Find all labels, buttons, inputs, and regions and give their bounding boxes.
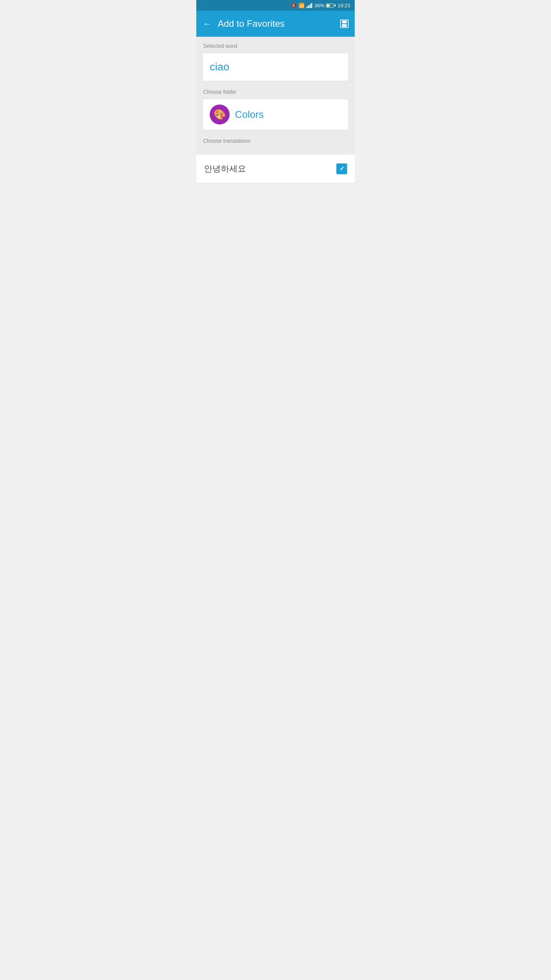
status-bar: 🔇 📶 36% ⚡ 19:23 (196, 0, 355, 11)
save-button[interactable] (340, 20, 349, 28)
wifi-icon: 📶 (298, 3, 305, 8)
folder-name: Colors (235, 109, 264, 121)
choose-folder-label: Choose folder (203, 89, 349, 95)
app-bar-left: ← Add to Favorites (202, 18, 285, 29)
translation-text: 안녕하세요 (204, 163, 246, 175)
selected-word-box: ciao (202, 53, 349, 81)
battery-icon: ⚡ (326, 3, 336, 8)
palette-icon: 🎨 (214, 109, 226, 121)
content-area: Selected word ciao Choose folder 🎨 Color… (196, 37, 355, 155)
translations-list: 안녕하세요 ✓ (196, 155, 355, 183)
checkmark-icon: ✓ (339, 166, 344, 172)
folder-selector[interactable]: 🎨 Colors (202, 99, 349, 130)
mute-icon: 🔇 (291, 3, 297, 8)
selected-word-label: Selected word (203, 43, 349, 49)
choose-translations-label: Choose translations (203, 138, 349, 149)
translation-item[interactable]: 안녕하세요 ✓ (196, 155, 355, 183)
folder-icon-circle: 🎨 (210, 105, 230, 124)
status-icons: 🔇 📶 36% ⚡ 19:23 (291, 3, 350, 8)
back-button[interactable]: ← (202, 19, 212, 28)
time-display: 19:23 (337, 3, 350, 8)
app-bar: ← Add to Favorites (196, 11, 355, 37)
signal-bars-icon (306, 3, 312, 8)
translation-checkbox[interactable]: ✓ (336, 163, 347, 174)
selected-word-value: ciao (210, 61, 229, 73)
page-title: Add to Favorites (218, 18, 285, 29)
battery-percent: 36% (314, 3, 324, 8)
